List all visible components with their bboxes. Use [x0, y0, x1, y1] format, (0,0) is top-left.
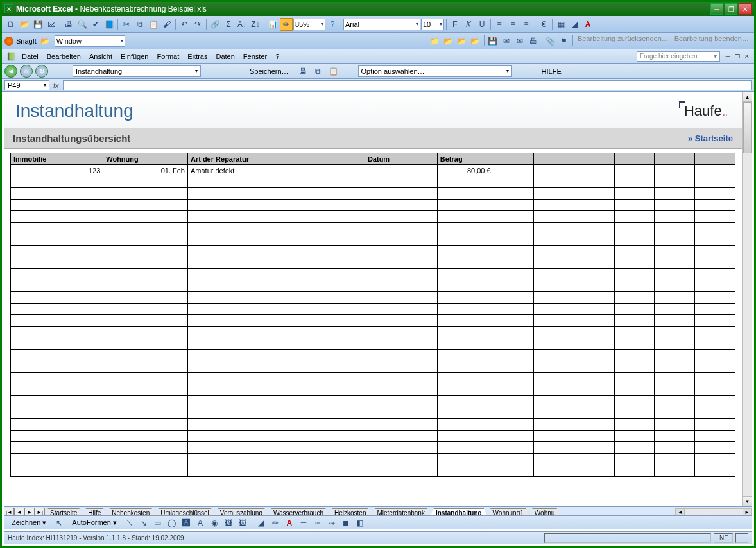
formula-input[interactable] — [63, 80, 752, 90]
review-end-button[interactable]: Bearbeitung beenden… — [672, 35, 752, 47]
oval-icon[interactable]: ◯ — [166, 517, 178, 529]
print3-icon[interactable]: 🖶 — [296, 65, 309, 78]
review-return-button[interactable]: Bearbeitung zurücksenden… — [575, 35, 671, 47]
paste-icon[interactable]: 📋 — [147, 18, 160, 31]
folder3-icon[interactable]: 📂 — [469, 35, 482, 47]
menu-einfuegen[interactable]: Einfügen — [117, 51, 152, 62]
italic-icon[interactable]: K — [462, 18, 475, 31]
arrow-icon[interactable]: ↘ — [137, 517, 150, 529]
underline-icon[interactable]: U — [476, 18, 488, 31]
section-combo[interactable]: Instandhaltung▾ — [73, 65, 201, 77]
name-box[interactable]: P49▾ — [4, 80, 49, 90]
spell-icon[interactable]: ✔ — [89, 18, 102, 31]
copy-icon[interactable]: ⧉ — [133, 18, 146, 31]
fontsize-combo[interactable]: 10▾ — [421, 19, 444, 30]
autoformen-menu[interactable]: AutoFormen ▾ — [67, 517, 122, 528]
fill-color-icon[interactable]: ◢ — [568, 18, 581, 31]
arrowstyle-icon[interactable]: ⇢ — [325, 517, 338, 529]
diagram-icon[interactable]: ◉ — [208, 517, 221, 529]
folder-icon[interactable]: 📂 — [442, 35, 455, 47]
textbox-icon[interactable]: 🅰 — [180, 517, 193, 529]
close-button[interactable]: ✕ — [739, 3, 752, 15]
menu-extras[interactable]: Extras — [184, 51, 211, 62]
picture-icon[interactable]: 🖼 — [236, 517, 249, 529]
3d-icon[interactable]: ◧ — [354, 517, 366, 529]
scroll-down-icon[interactable]: ▼ — [743, 496, 752, 506]
attach-icon[interactable]: 📎 — [544, 35, 557, 47]
zoom-combo[interactable]: 85%▾ — [293, 19, 325, 30]
nav-refresh-button[interactable]: ↻ — [35, 65, 48, 78]
option-combo[interactable]: Option auswählen…▾ — [358, 65, 512, 77]
zeichnen-menu[interactable]: Zeichnen ▾ — [6, 517, 51, 528]
menu-bearbeiten[interactable]: Bearbeiten — [43, 51, 85, 62]
fx-icon[interactable]: fx — [53, 81, 59, 89]
undo-icon[interactable]: ↶ — [178, 18, 191, 31]
scroll-up-icon[interactable]: ▲ — [743, 92, 752, 102]
mail-icon[interactable]: ✉ — [500, 35, 513, 47]
align-center-icon[interactable]: ≡ — [506, 18, 519, 31]
line-icon[interactable]: ＼ — [123, 517, 136, 529]
flag-icon[interactable]: ⚑ — [558, 35, 571, 47]
mdi-minimize[interactable]: ─ — [723, 52, 732, 61]
research-icon[interactable]: 📘 — [103, 18, 116, 31]
rect-icon[interactable]: ▭ — [151, 517, 164, 529]
borders-icon[interactable]: ▦ — [554, 18, 567, 31]
nav-home-button[interactable]: ⌂ — [20, 65, 33, 78]
linestyle-icon[interactable]: ═ — [297, 517, 310, 529]
save2-icon[interactable]: 💾 — [486, 35, 499, 47]
vertical-scrollbar[interactable]: ▲ ▼ — [742, 92, 752, 506]
paste2-icon[interactable]: 📋 — [327, 65, 340, 78]
fillcolor2-icon[interactable]: ◢ — [255, 517, 268, 529]
cut-icon[interactable]: ✂ — [120, 18, 133, 31]
shadow-icon[interactable]: ◼ — [339, 517, 352, 529]
redo-icon[interactable]: ↷ — [191, 18, 204, 31]
sum-icon[interactable]: Σ — [222, 18, 235, 31]
nav-back-button[interactable]: ◄ — [4, 65, 17, 78]
preview-icon[interactable]: 🔍 — [76, 18, 89, 31]
sort-asc-icon[interactable]: A↓ — [236, 18, 248, 31]
menu-daten[interactable]: Daten — [212, 51, 238, 62]
snagit-open-icon[interactable]: 📂 — [39, 35, 52, 47]
menu-ansicht[interactable]: Ansicht — [85, 51, 116, 62]
startseite-link[interactable]: » Startseite — [688, 133, 733, 143]
select-icon[interactable]: ↖ — [53, 517, 65, 529]
chart-icon[interactable]: 📊 — [266, 18, 279, 31]
print2-icon[interactable]: 🖶 — [527, 35, 540, 47]
menu-help[interactable]: ? — [271, 51, 283, 62]
linecolor-icon[interactable]: ✏ — [269, 517, 282, 529]
print-icon[interactable]: 🖶 — [62, 18, 75, 31]
mdi-restore[interactable]: ❐ — [733, 52, 742, 61]
data-table[interactable]: Immobilie Wohnung Art der Reparatur Datu… — [10, 153, 735, 477]
minimize-button[interactable]: ─ — [710, 3, 723, 15]
dashstyle-icon[interactable]: ┄ — [311, 517, 324, 529]
menu-fenster[interactable]: Fenster — [239, 51, 271, 62]
folder-new-icon[interactable]: 📁 — [429, 35, 442, 47]
help-icon[interactable]: ? — [326, 18, 339, 31]
copy2-icon[interactable]: ⧉ — [312, 65, 325, 78]
save-icon[interactable]: 💾 — [31, 18, 44, 31]
sort-desc-icon[interactable]: Z↓ — [249, 18, 262, 31]
maximize-button[interactable]: ❐ — [725, 3, 737, 15]
snagit-window-combo[interactable]: Window▾ — [55, 35, 125, 47]
workbook-icon[interactable]: 📗 — [4, 50, 17, 63]
open-icon[interactable]: 📂 — [18, 18, 31, 31]
table-row[interactable]: 123 01. Feb Amatur defekt 80,00 € — [11, 165, 735, 176]
new-icon[interactable]: 🗋 — [4, 18, 17, 31]
menu-datei[interactable]: Datei — [18, 51, 42, 62]
help-search[interactable]: Frage hier eingeben▾ — [637, 51, 720, 62]
wordart-icon[interactable]: A — [194, 517, 207, 529]
scroll-thumb[interactable] — [743, 102, 752, 153]
format-painter-icon[interactable]: 🖌 — [160, 18, 173, 31]
clipart-icon[interactable]: 🖼 — [222, 517, 235, 529]
menu-format[interactable]: Format — [153, 51, 183, 62]
hyperlink-icon[interactable]: 🔗 — [209, 18, 221, 31]
folder2-icon[interactable]: 📂 — [456, 35, 468, 47]
save-button[interactable]: Speichern… — [245, 66, 294, 76]
permission-icon[interactable]: 🖂 — [45, 18, 58, 31]
font-combo[interactable]: Arial▾ — [343, 19, 420, 30]
currency-icon[interactable]: € — [537, 18, 550, 31]
drawing-icon[interactable]: ✏ — [280, 18, 293, 31]
hilfe-button[interactable]: HILFE — [537, 66, 567, 76]
align-right-icon[interactable]: ≡ — [520, 18, 533, 31]
bold-icon[interactable]: F — [449, 18, 461, 31]
